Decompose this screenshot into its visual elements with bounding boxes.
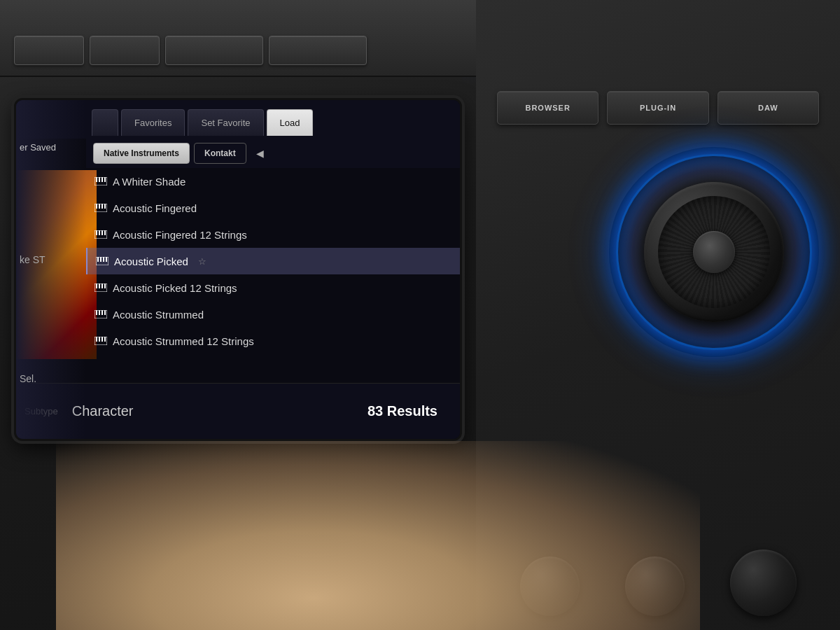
svg-rect-12 bbox=[99, 230, 100, 235]
filter-kontakt[interactable]: Kontakt bbox=[194, 143, 246, 164]
piano-icon-3 bbox=[94, 230, 107, 239]
svg-rect-28 bbox=[102, 310, 103, 315]
svg-rect-24 bbox=[104, 284, 106, 288]
rotary-knob[interactable] bbox=[644, 182, 784, 322]
small-knob-1[interactable] bbox=[520, 556, 580, 616]
svg-rect-16 bbox=[97, 257, 99, 262]
instrument-name-4: Acoustic Picked bbox=[114, 255, 188, 267]
piano-icon-2 bbox=[94, 204, 107, 212]
svg-rect-4 bbox=[104, 177, 106, 182]
browser-button-label: BROWSER bbox=[525, 104, 570, 112]
daw-button[interactable]: DAW bbox=[718, 91, 819, 125]
tab-favorites[interactable]: Favorites bbox=[121, 109, 185, 136]
instrument-name-2: Acoustic Fingered bbox=[113, 202, 197, 214]
svg-rect-7 bbox=[99, 204, 100, 209]
svg-rect-6 bbox=[96, 204, 97, 209]
top-button-1[interactable] bbox=[14, 36, 84, 65]
instrument-name-1: A Whiter Shade bbox=[113, 176, 186, 188]
filter-native-instruments[interactable]: Native Instruments bbox=[93, 143, 190, 164]
svg-rect-29 bbox=[104, 310, 106, 315]
svg-rect-34 bbox=[104, 337, 106, 342]
left-panel: er Saved ke ST Sel. bbox=[16, 100, 86, 439]
rotary-glow bbox=[609, 147, 819, 357]
rotary-container bbox=[602, 140, 826, 364]
rotary-texture bbox=[658, 196, 770, 308]
bottom-knobs-row bbox=[476, 490, 840, 630]
tab-saved[interactable] bbox=[92, 109, 118, 136]
svg-rect-11 bbox=[96, 230, 97, 235]
svg-rect-1 bbox=[96, 177, 97, 182]
rotary-center bbox=[693, 231, 735, 273]
results-count: 83 Results bbox=[368, 403, 438, 419]
top-button-3[interactable] bbox=[165, 36, 263, 65]
right-panel: BROWSER PLUG-IN DAW bbox=[476, 0, 840, 630]
tab-load[interactable]: Load bbox=[267, 109, 314, 136]
plugin-button[interactable]: PLUG-IN bbox=[607, 91, 708, 125]
svg-rect-26 bbox=[96, 310, 97, 315]
svg-rect-33 bbox=[102, 337, 103, 342]
svg-rect-31 bbox=[96, 337, 97, 342]
browser-button[interactable]: BROWSER bbox=[497, 91, 598, 125]
piano-icon-7 bbox=[94, 337, 107, 345]
star-icon: ☆ bbox=[198, 256, 206, 267]
speaker-icon[interactable]: ◀ bbox=[253, 146, 267, 160]
svg-rect-18 bbox=[103, 257, 104, 262]
daw-button-label: DAW bbox=[758, 104, 778, 112]
svg-rect-2 bbox=[99, 177, 100, 182]
hw-buttons-row: BROWSER PLUG-IN DAW bbox=[497, 91, 819, 125]
list-item[interactable]: Acoustic Picked 12 Strings bbox=[86, 274, 460, 301]
top-button-4[interactable] bbox=[269, 36, 367, 65]
label-ke-st: ke ST bbox=[20, 254, 46, 265]
filter-row: Native Instruments Kontakt ◀ bbox=[86, 139, 460, 168]
list-item[interactable]: Acoustic Fingered 12 Strings bbox=[86, 221, 460, 248]
instrument-name-3: Acoustic Fingered 12 Strings bbox=[113, 229, 247, 241]
svg-rect-19 bbox=[106, 257, 107, 262]
svg-rect-22 bbox=[99, 284, 100, 288]
list-item[interactable]: Acoustic Strummed 12 Strings bbox=[86, 328, 460, 354]
instrument-name-6: Acoustic Strummed bbox=[113, 309, 204, 321]
instruments-list: A Whiter Shade Acoustic Fingered Acousti… bbox=[86, 168, 460, 383]
svg-rect-8 bbox=[102, 204, 103, 209]
piano-icon-5 bbox=[94, 284, 107, 292]
list-item[interactable]: A Whiter Shade bbox=[86, 168, 460, 195]
piano-icon-4 bbox=[96, 257, 108, 265]
label-sel: Sel. bbox=[20, 373, 36, 384]
label-saved: er Saved bbox=[20, 142, 56, 153]
svg-rect-32 bbox=[99, 337, 100, 342]
small-knob-2[interactable] bbox=[625, 556, 685, 616]
svg-rect-23 bbox=[102, 284, 103, 288]
small-knob-3[interactable] bbox=[730, 550, 797, 616]
top-button-2[interactable] bbox=[90, 36, 160, 65]
screen-container: er Saved ke ST Sel. Favorites Set Favori… bbox=[14, 98, 462, 441]
svg-rect-14 bbox=[104, 230, 106, 235]
list-item[interactable]: Acoustic Strummed bbox=[86, 301, 460, 328]
svg-rect-21 bbox=[96, 284, 97, 288]
svg-rect-9 bbox=[104, 204, 106, 209]
list-item[interactable]: Acoustic Fingered bbox=[86, 195, 460, 221]
tab-set-favorite[interactable]: Set Favorite bbox=[188, 109, 263, 136]
screen: er Saved ke ST Sel. Favorites Set Favori… bbox=[16, 100, 460, 439]
svg-rect-17 bbox=[100, 257, 102, 262]
instrument-name-5: Acoustic Picked 12 Strings bbox=[113, 282, 237, 294]
list-item-selected[interactable]: Acoustic Picked ☆ bbox=[86, 248, 460, 274]
plugin-button-label: PLUG-IN bbox=[640, 104, 676, 112]
svg-rect-3 bbox=[102, 177, 103, 182]
svg-rect-27 bbox=[99, 310, 100, 315]
hardware-body: er Saved ke ST Sel. Favorites Set Favori… bbox=[0, 0, 840, 630]
piano-icon-1 bbox=[94, 177, 107, 186]
svg-rect-13 bbox=[102, 230, 103, 235]
instrument-name-7: Acoustic Strummed 12 Strings bbox=[113, 335, 254, 347]
piano-icon-6 bbox=[94, 310, 107, 318]
